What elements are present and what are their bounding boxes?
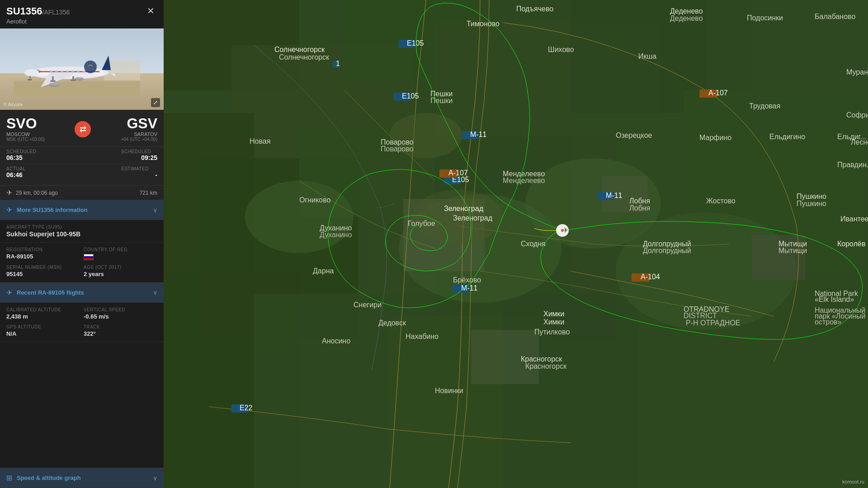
svg-text:Мурано...: Мурано... bbox=[846, 68, 868, 76]
gps-alt-cell: GPS ALTITUDE N/A bbox=[6, 324, 80, 337]
distance-row: ✈ 29 km, 00:06 ago 721 km bbox=[0, 186, 164, 200]
svg-text:Солнечногорск: Солнечногорск bbox=[274, 46, 325, 53]
track-cell: TRACK 322° bbox=[84, 324, 157, 337]
distance-text: 29 km, 00:06 ago bbox=[16, 190, 58, 196]
svg-text:Нахабино: Нахабино bbox=[406, 333, 439, 340]
speed-graph-icon: ⊞ bbox=[6, 474, 12, 482]
svg-rect-24 bbox=[77, 70, 80, 73]
svg-text:A-107: A-107 bbox=[708, 89, 728, 97]
svg-text:Королёв: Королёв bbox=[837, 240, 865, 248]
svg-text:Зеленоград: Зеленоград bbox=[453, 214, 493, 222]
origin-name: MOSCOW bbox=[6, 131, 30, 137]
swap-icon: ⇄ bbox=[80, 124, 86, 134]
svg-rect-30 bbox=[29, 76, 31, 80]
recent-flights-chevron: ∨ bbox=[153, 289, 157, 296]
schedule-section: SCHEDULED 06:35 SCHEDULED 09:25 ACTUAL 0… bbox=[0, 147, 164, 186]
more-info-button[interactable]: ✈ More SU1356 information ∨ bbox=[0, 200, 164, 220]
more-info-chevron: ∨ bbox=[153, 206, 157, 214]
cal-altitude-cell: CALIBRATED ALTITUDE 2,438 m bbox=[6, 307, 80, 320]
flight-title: SU1356/AFL1356 Aeroflot bbox=[6, 5, 70, 25]
svg-text:Лобня: Лобня bbox=[629, 197, 650, 205]
svg-rect-13 bbox=[75, 77, 83, 79]
serial-value: 95145 bbox=[6, 271, 80, 277]
map-area[interactable]: E105 E105 E105 M-11 M-11 M-11 A-107 A-10… bbox=[164, 0, 868, 488]
dest-name: SARATOV bbox=[134, 131, 157, 137]
svg-text:Мытищи: Мытищи bbox=[778, 247, 807, 254]
image-expand-button[interactable]: ⤢ bbox=[151, 98, 160, 107]
svg-text:Зеленоград: Зеленоград bbox=[444, 205, 484, 212]
svg-text:Солнечногорск: Солнечногорск bbox=[279, 53, 330, 61]
svg-text:Пешки: Пешки bbox=[430, 97, 453, 104]
altitude-data-grid: CALIBRATED ALTITUDE 2,438 m VERTICAL SPE… bbox=[0, 303, 164, 342]
svg-text:DISTRICT: DISTRICT bbox=[684, 312, 717, 319]
map-watermark: komoot.ru bbox=[842, 479, 864, 484]
svg-text:M-11: M-11 bbox=[606, 192, 623, 199]
svg-text:1: 1 bbox=[336, 60, 340, 67]
svg-rect-22 bbox=[66, 70, 69, 73]
actual-row: ACTUAL 06:46 ESTIMATED - bbox=[6, 164, 157, 181]
track-value: 322° bbox=[84, 330, 157, 337]
scheduled-label-origin: SCHEDULED bbox=[6, 149, 42, 154]
gps-alt-value: N/A bbox=[6, 330, 80, 337]
aircraft-info-grid: REGISTRATION RA-89105 COUNTRY OF REG. SE… bbox=[0, 243, 164, 282]
country-flag bbox=[84, 253, 157, 260]
recent-flights-label: Recent RA-89105 flights bbox=[17, 289, 148, 296]
svg-text:Дарна: Дарна bbox=[313, 267, 334, 275]
svg-text:Брёхово: Брёхово bbox=[453, 276, 481, 284]
speed-graph-button[interactable]: ⊞ Speed & altitude graph ∨ bbox=[0, 468, 164, 488]
svg-text:Р-Н ОТРАДНОЕ: Р-Н ОТРАДНОЕ bbox=[686, 319, 741, 327]
svg-text:Деденево: Деденево bbox=[670, 7, 703, 15]
flight-number: SU1356 bbox=[6, 5, 42, 17]
svg-text:Тимоново: Тимоново bbox=[467, 20, 500, 28]
plane-svg-image bbox=[14, 42, 140, 96]
cal-alt-value: 2,438 m bbox=[6, 313, 80, 320]
map-background: E105 E105 E105 M-11 M-11 M-11 A-107 A-10… bbox=[164, 0, 868, 488]
svg-marker-5 bbox=[102, 56, 111, 70]
svg-point-147 bbox=[561, 229, 564, 232]
svg-text:Духанино: Духанино bbox=[320, 231, 352, 239]
track-label: TRACK bbox=[84, 324, 157, 329]
dest-code: GSV bbox=[127, 116, 157, 131]
svg-text:A-107: A-107 bbox=[448, 169, 468, 177]
svg-point-53 bbox=[245, 181, 354, 253]
more-info-label: More SU1356 information bbox=[17, 206, 148, 213]
reg-value: RA-89105 bbox=[6, 253, 80, 260]
svg-text:E22: E22 bbox=[240, 404, 253, 412]
svg-text:A-104: A-104 bbox=[641, 273, 660, 281]
svg-text:Химки: Химки bbox=[543, 310, 565, 318]
estimated-label: ESTIMATED bbox=[121, 166, 157, 171]
svg-text:Аносино: Аносино bbox=[322, 337, 350, 345]
age-cell: AGE (OCT 2017) 2 years bbox=[84, 265, 157, 277]
svg-text:E105: E105 bbox=[407, 39, 424, 47]
aircraft-image-container: © Airyura ⤢ bbox=[0, 28, 164, 110]
svg-text:Дедовск: Дедовск bbox=[378, 319, 406, 327]
speed-graph-label: Speed & altitude graph bbox=[17, 474, 148, 481]
estimated-time: - bbox=[155, 171, 157, 178]
svg-text:Деденево: Деденево bbox=[670, 14, 703, 22]
origin-code: SVO bbox=[6, 116, 37, 131]
vert-speed-label: VERTICAL SPEED bbox=[84, 307, 157, 312]
recent-flights-button[interactable]: ✈ Recent RA-89105 flights ∨ bbox=[0, 282, 164, 303]
svg-text:M-11: M-11 bbox=[461, 284, 478, 292]
airline-name: Aeroflot bbox=[6, 18, 70, 25]
total-distance: 721 km bbox=[140, 190, 157, 196]
country-label: COUNTRY OF REG. bbox=[84, 247, 157, 252]
russia-flag-icon bbox=[84, 254, 94, 260]
svg-text:Софри...: Софри... bbox=[846, 111, 868, 119]
actual-time: 06:46 bbox=[6, 171, 42, 178]
svg-text:Красногорск: Красногорск bbox=[521, 355, 562, 363]
svg-text:Жостово: Жостово bbox=[706, 197, 736, 205]
scheduled-label-dest: SCHEDULED bbox=[121, 149, 157, 154]
svg-text:Подъячево: Подъячево bbox=[516, 5, 553, 13]
dest-tz: +04 (UTC +04:00) bbox=[121, 137, 157, 142]
serial-label: SERIAL NUMBER (MSN) bbox=[6, 265, 80, 270]
vert-speed-cell: VERTICAL SPEED -0.65 m/s bbox=[84, 307, 157, 320]
svg-text:Лобня: Лобня bbox=[629, 204, 650, 212]
close-button[interactable]: ✕ bbox=[144, 5, 157, 16]
route-arrow-icon: ⇄ bbox=[75, 121, 91, 137]
svg-text:Сходня: Сходня bbox=[521, 240, 546, 248]
aircraft-type-label: AIRCRAFT TYPE (SU95) bbox=[6, 225, 157, 230]
distance-plane-icon: ✈ bbox=[6, 188, 12, 197]
svg-text:Ельдиг...: Ельдиг... bbox=[837, 133, 866, 141]
scheduled-time-origin: 06:35 bbox=[6, 154, 42, 161]
